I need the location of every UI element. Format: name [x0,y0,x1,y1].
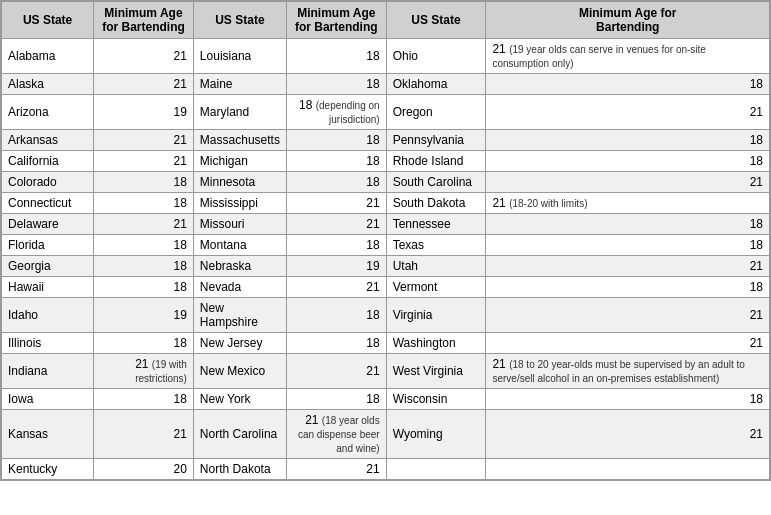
col1-age-cell: 19 [94,298,194,333]
col3-state-header: US State [386,2,486,39]
table-row: Idaho19New Hampshire18Virginia21 [2,298,770,333]
col1-age-cell: 21 [94,151,194,172]
col3-age-cell [486,459,770,480]
col3-state-cell: South Dakota [386,193,486,214]
col1-state-cell: Hawaii [2,277,94,298]
col1-age-cell: 18 [94,172,194,193]
table-row: Arizona19Maryland18 (depending on jurisd… [2,95,770,130]
table-header-row: US State Minimum Agefor Bartending US St… [2,2,770,39]
col1-age-cell: 19 [94,95,194,130]
col3-age-cell: 18 [486,74,770,95]
col1-age-cell: 18 [94,193,194,214]
col1-age-header: Minimum Agefor Bartending [94,2,194,39]
table-row: Connecticut18Mississippi21South Dakota21… [2,193,770,214]
col2-state-cell: Montana [193,235,286,256]
col3-age-cell: 21 [486,298,770,333]
col1-state-cell: Florida [2,235,94,256]
col2-age-cell: 18 [286,235,386,256]
col3-age-cell: 18 [486,235,770,256]
col3-state-cell: West Virginia [386,354,486,389]
table-row: Delaware21Missouri21Tennessee18 [2,214,770,235]
bartending-age-table: US State Minimum Agefor Bartending US St… [1,1,770,480]
col3-age-cell: 21 (18-20 with limits) [486,193,770,214]
table-row: Illinois18New Jersey18Washington21 [2,333,770,354]
col2-state-header: US State [193,2,286,39]
table-row: Colorado18Minnesota18South Carolina21 [2,172,770,193]
col2-state-cell: Massachusetts [193,130,286,151]
main-table-container: US State Minimum Agefor Bartending US St… [0,0,771,481]
col2-state-cell: Missouri [193,214,286,235]
col3-state-cell: Washington [386,333,486,354]
col2-state-cell: Michigan [193,151,286,172]
col2-age-cell: 21 [286,277,386,298]
col1-state-cell: Alaska [2,74,94,95]
col2-age-header: Minimum Agefor Bartending [286,2,386,39]
col3-state-cell: South Carolina [386,172,486,193]
col3-age-cell: 21 [486,256,770,277]
col2-state-cell: Minnesota [193,172,286,193]
table-row: Arkansas21Massachusetts18Pennsylvania18 [2,130,770,151]
col1-age-cell: 21 [94,74,194,95]
col1-state-cell: Connecticut [2,193,94,214]
table-row: Indiana21 (19 with restrictions)New Mexi… [2,354,770,389]
col3-state-cell: Tennessee [386,214,486,235]
col3-state-cell: Wisconsin [386,389,486,410]
col2-state-cell: Maryland [193,95,286,130]
col3-state-cell: Rhode Island [386,151,486,172]
col3-age-cell: 18 [486,214,770,235]
col2-age-cell: 18 [286,39,386,74]
col3-state-cell: Vermont [386,277,486,298]
col1-age-cell: 21 [94,410,194,459]
col2-age-cell: 18 [286,333,386,354]
col1-state-cell: Kansas [2,410,94,459]
col3-state-cell: Virginia [386,298,486,333]
col1-state-cell: Indiana [2,354,94,389]
col1-state-cell: Arizona [2,95,94,130]
col1-state-cell: Idaho [2,298,94,333]
col3-age-cell: 18 [486,151,770,172]
col1-age-cell: 18 [94,333,194,354]
col2-state-cell: Nevada [193,277,286,298]
col2-age-cell: 18 [286,389,386,410]
col1-age-cell: 20 [94,459,194,480]
col2-age-cell: 21 (18 year olds can dispense beer and w… [286,410,386,459]
col3-state-cell: Wyoming [386,410,486,459]
col3-age-cell: 21 (19 year olds can serve in venues for… [486,39,770,74]
col3-age-cell: 21 (18 to 20 year-olds must be supervise… [486,354,770,389]
col2-state-cell: Mississippi [193,193,286,214]
col3-age-cell: 18 [486,389,770,410]
col1-state-cell: Illinois [2,333,94,354]
col2-state-cell: Nebraska [193,256,286,277]
col2-state-cell: Louisiana [193,39,286,74]
col1-state-cell: Georgia [2,256,94,277]
col2-state-cell: New York [193,389,286,410]
col1-age-cell: 21 [94,214,194,235]
col2-age-cell: 21 [286,354,386,389]
col1-age-cell: 18 [94,256,194,277]
col2-age-cell: 18 [286,130,386,151]
col2-age-cell: 18 [286,298,386,333]
col3-state-cell: Oklahoma [386,74,486,95]
col2-age-cell: 21 [286,459,386,480]
col2-state-cell: North Carolina [193,410,286,459]
col1-state-cell: Colorado [2,172,94,193]
col3-age-cell: 18 [486,130,770,151]
col2-age-cell: 18 [286,151,386,172]
col3-age-cell: 18 [486,277,770,298]
col3-state-cell: Utah [386,256,486,277]
col3-age-cell: 21 [486,333,770,354]
col1-state-cell: Iowa [2,389,94,410]
col3-age-header: Minimum Age forBartending [486,2,770,39]
col3-state-cell [386,459,486,480]
table-row: Iowa18New York18Wisconsin18 [2,389,770,410]
col1-age-cell: 21 [94,130,194,151]
table-row: Florida18Montana18Texas18 [2,235,770,256]
table-row: Hawaii18Nevada21Vermont18 [2,277,770,298]
col1-state-cell: Delaware [2,214,94,235]
col1-state-header: US State [2,2,94,39]
col1-age-cell: 21 [94,39,194,74]
col2-age-cell: 21 [286,193,386,214]
table-row: Alaska21Maine18Oklahoma18 [2,74,770,95]
col1-state-cell: Arkansas [2,130,94,151]
col1-age-cell: 18 [94,389,194,410]
